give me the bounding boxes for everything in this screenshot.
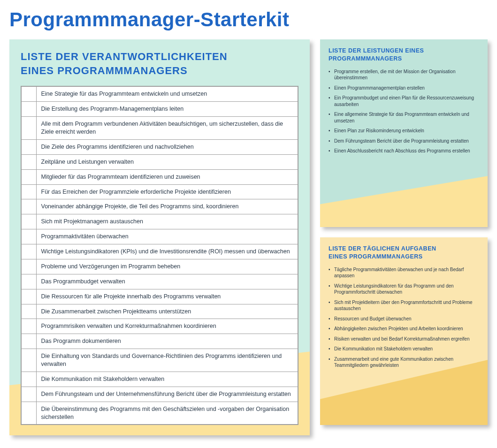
daily-tasks-list: Tägliche Programmaktivitäten überwachen …: [329, 266, 479, 369]
list-item: Ressourcen und Budget überwachen: [329, 316, 479, 322]
right-column: LISTE DER LEISTUNGEN EINES PROGRAMMMANAG…: [320, 39, 488, 425]
table-row: Zeitpläne und Leistungen verwalten: [21, 154, 298, 169]
table-row: Für das Erreichen der Programmziele erfo…: [21, 184, 298, 199]
table-row: Die Ziele des Programms identifizieren u…: [21, 139, 298, 154]
check-cell[interactable]: [21, 402, 36, 425]
heading-line-2: EINES PROGRAMMMANAGERS: [329, 253, 423, 260]
responsibility-text: Die Übereinstimmung des Programms mit de…: [36, 402, 298, 425]
responsibility-text: Zeitpläne und Leistungen verwalten: [36, 154, 298, 169]
responsibility-text: Die Zusammenarbeit zwischen Projektteams…: [36, 304, 298, 319]
responsibility-text: Voneinander abhängige Projekte, die Teil…: [36, 199, 298, 214]
heading-line-2: EINES PROGRAMMMANAGERS: [21, 65, 188, 76]
heading-line-1: LISTE DER VERANTWORTLICHKEITEN: [21, 51, 228, 62]
table-row: Das Programm dokumentieren: [21, 334, 298, 349]
table-row: Programmrisiken verwalten und Korrekturm…: [21, 319, 298, 334]
check-cell[interactable]: [21, 117, 36, 140]
deliverables-heading: LISTE DER LEISTUNGEN EINES PROGRAMMMANAG…: [329, 47, 479, 63]
table-row: Dem Führungsteam und der Unternehmensfüh…: [21, 387, 298, 402]
responsibility-text: Die Kommunikation mit Stakeholdern verwa…: [36, 372, 298, 387]
list-item: Tägliche Programmaktivitäten überwachen …: [329, 266, 479, 279]
check-cell[interactable]: [21, 387, 36, 402]
table-row: Die Übereinstimmung des Programms mit de…: [21, 402, 298, 425]
table-row: Alle mit dem Programm verbundenen Aktivi…: [21, 117, 298, 140]
responsibility-text: Die Einhaltung von Standards und Governa…: [36, 349, 298, 372]
table-row: Das Programmbudget verwalten: [21, 274, 298, 289]
responsibility-text: Für das Erreichen der Programmziele erfo…: [36, 184, 298, 199]
table-row: Probleme und Verzögerungen im Programm b…: [21, 259, 298, 274]
left-column: LISTE DER VERANTWORTLICHKEITEN EINES PRO…: [9, 39, 310, 435]
responsibility-text: Die Ziele des Programms identifizieren u…: [36, 139, 298, 154]
responsibility-text: Die Erstellung des Programm-Managementpl…: [36, 102, 298, 117]
responsibilities-table: Eine Strategie für das Programmteam entw…: [21, 86, 298, 425]
table-row: Programmaktivitäten überwachen: [21, 229, 298, 244]
deliverables-list: Programme erstellen, die mit der Mission…: [329, 68, 479, 154]
heading-line-1: LISTE DER LEISTUNGEN EINES: [329, 47, 424, 54]
check-cell[interactable]: [21, 304, 36, 319]
responsibility-text: Die Ressourcen für alle Projekte innerha…: [36, 289, 298, 304]
check-cell[interactable]: [21, 139, 36, 154]
list-item: Einen Plan zur Risikominderung entwickel…: [329, 128, 479, 134]
check-cell[interactable]: [21, 274, 36, 289]
list-item: Einen Programmmanagementplan erstellen: [329, 85, 479, 91]
check-cell[interactable]: [21, 372, 36, 387]
check-cell[interactable]: [21, 229, 36, 244]
deliverables-card: LISTE DER LEISTUNGEN EINES PROGRAMMMANAG…: [320, 39, 488, 227]
check-cell[interactable]: [21, 184, 36, 199]
check-cell[interactable]: [21, 154, 36, 169]
daily-tasks-card: LISTE DER TÄGLICHEN AUFGABEN EINES PROGR…: [320, 237, 488, 425]
responsibility-text: Programmrisiken verwalten und Korrekturm…: [36, 319, 298, 334]
check-cell[interactable]: [21, 199, 36, 214]
check-cell[interactable]: [21, 349, 36, 372]
responsibility-text: Probleme und Verzögerungen im Programm b…: [36, 259, 298, 274]
list-item: Programme erstellen, die mit der Mission…: [329, 68, 479, 81]
check-cell[interactable]: [21, 102, 36, 117]
check-cell[interactable]: [21, 319, 36, 334]
responsibility-text: Das Programm dokumentieren: [36, 334, 298, 349]
responsibility-text: Eine Strategie für das Programmteam entw…: [36, 86, 298, 101]
table-row: Die Kommunikation mit Stakeholdern verwa…: [21, 372, 298, 387]
check-cell[interactable]: [21, 334, 36, 349]
responsibility-text: Dem Führungsteam und der Unternehmensfüh…: [36, 387, 298, 402]
list-item: Ein Programmbudget und einen Plan für di…: [329, 95, 479, 107]
list-item: Abhängigkeiten zwischen Projekten und Ar…: [329, 326, 479, 332]
table-row: Eine Strategie für das Programmteam entw…: [21, 86, 298, 101]
table-row: Die Erstellung des Programm-Managementpl…: [21, 102, 298, 117]
list-item: Zusammenarbeit und eine gute Kommunikati…: [329, 356, 479, 369]
table-row: Die Ressourcen für alle Projekte innerha…: [21, 289, 298, 304]
list-item: Eine allgemeine Strategie für das Progra…: [329, 111, 479, 124]
list-item: Sich mit Projektleitern über den Program…: [329, 299, 479, 312]
responsibilities-card: LISTE DER VERANTWORTLICHKEITEN EINES PRO…: [9, 39, 310, 435]
table-row: Sich mit Projektmanagern austauschen: [21, 214, 298, 229]
check-cell[interactable]: [21, 259, 36, 274]
list-item: Die Kommunikation mit Stakeholdern verwa…: [329, 346, 479, 352]
responsibilities-heading: LISTE DER VERANTWORTLICHKEITEN EINES PRO…: [21, 50, 298, 77]
check-cell[interactable]: [21, 214, 36, 229]
layout-grid: LISTE DER VERANTWORTLICHKEITEN EINES PRO…: [9, 39, 488, 435]
heading-line-1: LISTE DER TÄGLICHEN AUFGABEN: [329, 245, 436, 252]
responsibility-text: Mitglieder für das Programmteam identifi…: [36, 169, 298, 184]
check-cell[interactable]: [21, 169, 36, 184]
responsibility-text: Das Programmbudget verwalten: [36, 274, 298, 289]
table-row: Wichtige Leistungsindikatoren (KPIs) und…: [21, 244, 298, 259]
responsibility-text: Programmaktivitäten überwachen: [36, 229, 298, 244]
responsibility-text: Wichtige Leistungsindikatoren (KPIs) und…: [36, 244, 298, 259]
responsibility-text: Alle mit dem Programm verbundenen Aktivi…: [36, 117, 298, 140]
list-item: Wichtige Leistungsindikatoren für das Pr…: [329, 283, 479, 296]
table-row: Die Zusammenarbeit zwischen Projektteams…: [21, 304, 298, 319]
list-item: Risiken verwalten und bei Bedarf Korrekt…: [329, 336, 479, 342]
check-cell[interactable]: [21, 289, 36, 304]
list-item: Dem Führungsteam Bericht über die Progra…: [329, 138, 479, 144]
check-cell[interactable]: [21, 244, 36, 259]
table-row: Die Einhaltung von Standards und Governa…: [21, 349, 298, 372]
page-title: Programmmanager-Starterkit: [9, 8, 488, 31]
responsibility-text: Sich mit Projektmanagern austauschen: [36, 214, 298, 229]
list-item: Einen Abschlussbericht nach Abschluss de…: [329, 148, 479, 154]
table-row: Voneinander abhängige Projekte, die Teil…: [21, 199, 298, 214]
heading-line-2: PROGRAMMMANAGERS: [329, 55, 402, 62]
table-row: Mitglieder für das Programmteam identifi…: [21, 169, 298, 184]
daily-tasks-heading: LISTE DER TÄGLICHEN AUFGABEN EINES PROGR…: [329, 245, 479, 261]
check-cell[interactable]: [21, 86, 36, 101]
